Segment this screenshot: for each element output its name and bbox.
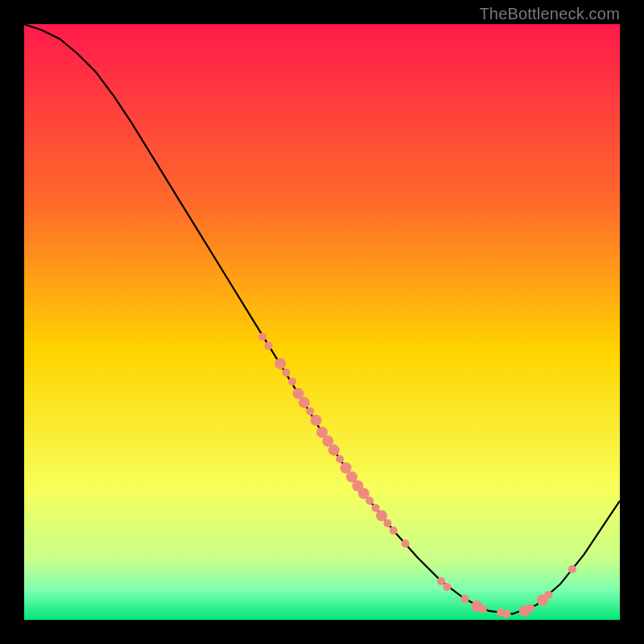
plot-area [24, 24, 620, 620]
data-point [376, 510, 387, 522]
data-point [311, 415, 322, 426]
data-point [258, 333, 266, 341]
data-point [328, 444, 340, 456]
chart-svg [24, 24, 620, 620]
data-point [365, 497, 374, 505]
data-point [402, 539, 410, 547]
data-point [443, 583, 451, 591]
data-point [288, 378, 296, 386]
data-point [275, 358, 286, 369]
data-point [283, 369, 291, 377]
data-point [264, 342, 272, 350]
watermark-label: TheBottleneck.com [479, 5, 620, 23]
data-point [383, 519, 391, 527]
data-point [568, 565, 576, 573]
data-point [299, 397, 310, 408]
gradient-background [24, 24, 620, 620]
data-point [526, 604, 535, 612]
data-point [336, 455, 344, 463]
data-point [544, 591, 552, 599]
data-point [461, 595, 469, 603]
data-point [437, 577, 445, 585]
data-point [306, 407, 314, 415]
data-point [479, 605, 487, 613]
data-point [372, 504, 380, 512]
data-point [390, 526, 398, 535]
data-point [502, 610, 510, 618]
chart-frame: TheBottleneck.com [0, 0, 644, 644]
